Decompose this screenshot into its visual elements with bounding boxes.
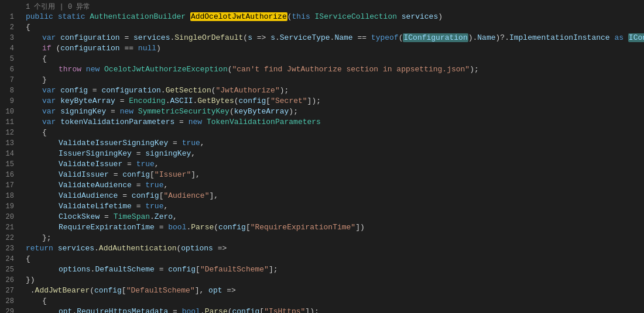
code-line: 17ValidateAudience = true,	[0, 180, 644, 191]
code-line: 26})	[0, 275, 644, 286]
token-kw: var	[42, 97, 56, 105]
token-normal: [	[196, 265, 200, 274]
token-normal: =>	[222, 286, 236, 295]
token-normal: .	[26, 286, 35, 295]
token-normal: .	[94, 244, 99, 253]
token-kw: this	[292, 12, 310, 21]
token-normal	[186, 12, 190, 21]
token-prop: ValidateIssuer	[59, 160, 122, 168]
token-normal	[624, 33, 628, 42]
line-content: throw new OcelotJwtAuthorizeException("c…	[23, 64, 644, 75]
token-type: SymmetricSecurityKey	[138, 107, 229, 116]
line-content: var signingKey = new SymmetricSecurityKe…	[23, 106, 644, 117]
token-type: AuthenticationBuilder	[90, 12, 186, 21]
line-content: ClockSkew = TimeSpan.Zero,	[23, 212, 644, 222]
line-number: 17	[0, 180, 23, 191]
token-normal: )?	[496, 33, 505, 42]
token-prop: ValidateAudience	[59, 181, 132, 190]
token-hl-yellow: AddOcelotJwtAuthorize	[190, 12, 287, 21]
token-normal: [	[259, 307, 264, 313]
line-number: 22	[0, 233, 23, 243]
token-prop: DefaultScheme	[95, 265, 154, 274]
line-content: {	[23, 296, 644, 307]
token-normal: ==	[353, 33, 371, 42]
line-content: ValidateIssuerSigningKey = true,	[23, 138, 644, 149]
line-content: ValidAudience = config["Audience"],	[23, 191, 644, 201]
token-param: config	[218, 223, 246, 232]
token-normal	[202, 118, 207, 126]
token-string: "IsHttps"	[264, 307, 305, 313]
token-normal: ,	[155, 160, 159, 168]
token-normal: )	[156, 44, 161, 53]
token-normal	[310, 12, 315, 21]
token-normal: (	[214, 223, 218, 232]
code-line: 11var tokenValidationParameters = new To…	[0, 117, 644, 128]
line-number: 5	[0, 54, 23, 64]
token-normal: {	[42, 54, 47, 63]
line-number: 1	[0, 12, 23, 22]
token-type: IServiceCollection	[315, 12, 397, 21]
token-method: GetBytes	[197, 97, 234, 105]
token-param: opt	[59, 307, 72, 313]
line-content: var configuration = services.SingleOrDef…	[23, 33, 644, 43]
token-normal: =	[155, 265, 168, 274]
token-param: s	[270, 33, 275, 42]
ref-count: 1 个引用 | 0 异常	[0, 2, 644, 12]
token-normal: (	[52, 44, 61, 53]
line-content: ValidIssuer = config["Issuer"],	[23, 170, 644, 180]
line-content: RequireExpirationTime = bool.Parse(confi…	[23, 222, 644, 233]
code-line: 20ClockSkew = TimeSpan.Zero,	[0, 212, 644, 222]
token-kw: true	[145, 181, 163, 190]
token-normal: {	[26, 254, 30, 263]
token-normal: .	[161, 86, 166, 95]
token-param: opt	[208, 286, 222, 295]
code-line: 8var config = configuration.GetSection("…	[0, 85, 644, 96]
line-content: var keyByteArray = Encoding.ASCII.GetByt…	[23, 96, 644, 106]
line-number: 4	[0, 43, 23, 54]
line-content: return services.AddAuthentication(option…	[23, 243, 644, 254]
token-string: "DefaultScheme"	[200, 265, 269, 274]
token-normal: })	[26, 276, 35, 284]
code-line: 18ValidAudience = config["Audience"],	[0, 191, 644, 201]
line-number: 7	[0, 75, 23, 85]
code-line: 12{	[0, 128, 644, 138]
line-number: 26	[0, 275, 23, 286]
token-normal	[100, 65, 104, 74]
code-line: 23return services.AddAuthentication(opti…	[0, 243, 644, 254]
line-number: 20	[0, 212, 23, 222]
token-normal: (	[228, 307, 232, 313]
token-normal	[133, 107, 138, 116]
token-kw: public	[26, 12, 53, 21]
token-kw: static	[58, 12, 85, 21]
token-prop: IssuerSigningKey	[59, 149, 132, 158]
line-number: 18	[0, 191, 23, 201]
token-prop: ValidAudience	[59, 191, 118, 200]
code-editor: 1 个引用 | 0 异常1public static Authenticatio…	[0, 0, 644, 313]
token-normal: =	[109, 170, 122, 179]
token-kw2: if	[42, 44, 52, 53]
token-string: "Issuer"	[155, 170, 191, 179]
token-normal	[53, 12, 58, 21]
line-number: 3	[0, 33, 23, 43]
token-kw: var	[42, 118, 56, 126]
token-kw: bool	[168, 223, 186, 232]
line-number: 11	[0, 117, 23, 128]
line-content: var config = configuration.GetSection("J…	[23, 85, 644, 96]
token-normal: {	[26, 23, 30, 32]
token-param: configuration	[101, 86, 160, 95]
token-normal: .	[200, 307, 205, 313]
token-normal: ],	[191, 170, 200, 179]
token-normal: ,	[173, 212, 177, 221]
token-normal: [	[246, 223, 251, 232]
token-normal: =	[155, 223, 168, 232]
code-line: 22};	[0, 233, 644, 243]
code-line: 13ValidateIssuerSigningKey = true,	[0, 138, 644, 149]
code-line: 27 .AddJwtBearer(config["DefaultScheme"]…	[0, 286, 644, 296]
token-normal: =	[174, 118, 188, 126]
line-content: })	[23, 275, 644, 286]
token-prop: RequireHttpsMetadata	[77, 307, 168, 313]
token-normal: =	[168, 139, 181, 147]
token-normal: (	[234, 97, 239, 105]
token-param: signingKey	[145, 149, 191, 158]
token-hl-teal: IConfiguration	[403, 33, 468, 42]
